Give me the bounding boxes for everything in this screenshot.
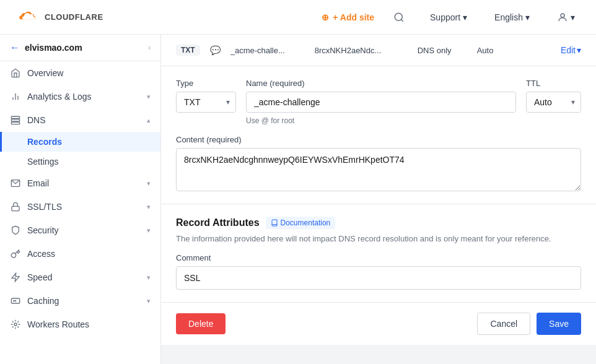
cancel-button[interactable]: Cancel xyxy=(477,313,530,335)
chevron-icon: ▾ xyxy=(147,93,151,101)
site-header: ← elvismao.com › xyxy=(0,35,160,61)
sidebar-item-label: Email xyxy=(27,178,49,188)
type-label: Type xyxy=(176,79,236,88)
sidebar-sub-item-label: Settings xyxy=(27,157,59,167)
dns-record-value: 8rcxNKH2aeNdc... xyxy=(315,46,408,55)
delete-button[interactable]: Delete xyxy=(176,313,226,334)
svg-rect-8 xyxy=(11,122,19,124)
content-label: Content (required) xyxy=(176,135,581,144)
sidebar-sub-item-records[interactable]: Records xyxy=(0,132,160,152)
name-hint: Use @ for root xyxy=(246,116,516,125)
language-menu[interactable]: English ▾ xyxy=(488,9,536,26)
site-name: elvismao.com xyxy=(25,43,143,53)
content-field-group: Content (required) 8rcxNKH2aeNdcghnnweyp… xyxy=(176,135,581,191)
ttl-field-group: TTL Auto 1 min 2 min 5 min 10 min xyxy=(526,79,581,125)
chevron-icon: ▾ xyxy=(147,227,151,235)
dns-record-ttl: Auto xyxy=(477,46,508,55)
comment-label: Comment xyxy=(176,253,581,262)
sidebar-item-label: Workers Routes xyxy=(27,319,89,329)
logo[interactable]: CLOUDFLARE xyxy=(15,9,103,26)
sidebar-sub-item-label: Records xyxy=(27,137,62,147)
svg-rect-6 xyxy=(11,116,19,118)
sidebar-item-email[interactable]: Email ▾ xyxy=(0,171,160,195)
type-select-wrapper[interactable]: TXT A AAAA CNAME MX xyxy=(176,92,236,113)
site-expand-icon[interactable]: › xyxy=(148,43,151,52)
ttl-select-wrapper[interactable]: Auto 1 min 2 min 5 min 10 min xyxy=(526,92,581,113)
lock-icon xyxy=(10,201,21,212)
form-row-type-name-ttl: Type TXT A AAAA CNAME MX Name (required) xyxy=(176,79,581,125)
chevron-down-icon: ▾ xyxy=(577,45,581,55)
sidebar-item-label: DNS xyxy=(27,115,46,125)
logo-text: CLOUDFLARE xyxy=(45,12,103,22)
shield-icon xyxy=(10,225,21,236)
comment-input[interactable] xyxy=(176,266,581,290)
chevron-up-icon: ▴ xyxy=(147,116,151,124)
sidebar-item-label: Analytics & Logs xyxy=(27,92,92,102)
user-icon xyxy=(557,12,568,23)
btn-right-group: Cancel Save xyxy=(477,313,581,335)
speed-icon xyxy=(10,272,21,283)
sidebar-item-label: Security xyxy=(27,225,59,235)
dns-record-form: Type TXT A AAAA CNAME MX Name (required) xyxy=(161,66,596,204)
name-field-group: Name (required) Use @ for root xyxy=(246,79,516,125)
plus-icon: ⊕ xyxy=(322,12,329,22)
chevron-icon: ▾ xyxy=(147,297,151,305)
add-site-button[interactable]: ⊕ + Add site xyxy=(322,12,374,22)
ttl-select[interactable]: Auto 1 min 2 min 5 min 10 min xyxy=(526,92,581,113)
save-button[interactable]: Save xyxy=(537,313,581,335)
sidebar-item-access[interactable]: Access xyxy=(0,242,160,266)
workers-icon xyxy=(10,319,21,330)
name-input[interactable] xyxy=(246,92,516,113)
svg-rect-7 xyxy=(11,119,19,121)
name-label: Name (required) xyxy=(246,79,516,88)
sidebar-item-speed[interactable]: Speed ▾ xyxy=(0,266,160,289)
edit-button[interactable]: Edit ▾ xyxy=(561,45,581,55)
sidebar-item-dns[interactable]: DNS ▴ xyxy=(0,108,160,132)
svg-point-0 xyxy=(395,13,402,20)
type-select[interactable]: TXT A AAAA CNAME MX xyxy=(176,92,236,113)
access-icon xyxy=(10,248,21,259)
svg-rect-10 xyxy=(12,206,19,210)
svg-point-13 xyxy=(14,300,14,301)
svg-line-1 xyxy=(401,19,403,21)
comment-field-group: Comment xyxy=(176,253,581,290)
sidebar: ← elvismao.com › Overview Analytics & Lo… xyxy=(0,35,161,364)
cache-icon xyxy=(10,295,21,306)
sidebar-item-caching[interactable]: Caching ▾ xyxy=(0,289,160,313)
attr-title-row: Record Attributes Documentation xyxy=(176,217,581,229)
dns-record-name: _acme-challe... xyxy=(230,46,305,55)
book-icon xyxy=(271,219,278,227)
sidebar-item-analytics[interactable]: Analytics & Logs ▾ xyxy=(0,85,160,108)
dns-record-proxy: DNS only xyxy=(418,46,467,55)
sidebar-item-label: Access xyxy=(27,249,55,259)
back-button[interactable]: ← xyxy=(10,42,20,53)
sidebar-item-overview[interactable]: Overview xyxy=(0,61,160,85)
home-icon xyxy=(10,67,21,79)
main-content: TXT 💬 _acme-challe... 8rcxNKH2aeNdc... D… xyxy=(161,35,596,364)
chevron-icon: ▾ xyxy=(147,180,151,188)
attr-title: Record Attributes xyxy=(176,217,260,228)
record-attributes-section: Record Attributes Documentation The info… xyxy=(161,204,596,302)
documentation-link[interactable]: Documentation xyxy=(266,217,336,229)
user-menu[interactable]: ▾ xyxy=(551,8,581,27)
sidebar-item-label: Caching xyxy=(27,296,59,306)
sidebar-item-label: SSL/TLS xyxy=(27,202,62,212)
support-menu[interactable]: Support ▾ xyxy=(424,9,473,26)
dns-type-badge: TXT xyxy=(176,45,200,56)
svg-point-15 xyxy=(14,323,17,326)
action-bar: Delete Cancel Save xyxy=(161,302,596,345)
content-textarea[interactable]: 8rcxNKH2aeNdcghnnweypQ6IEYWSxVhEmrHKpetO… xyxy=(176,148,581,191)
chevron-down-icon: ▾ xyxy=(525,12,530,22)
sidebar-item-label: Speed xyxy=(27,272,52,282)
sidebar-sub-item-settings[interactable]: Settings xyxy=(0,152,160,171)
chevron-icon: ▾ xyxy=(147,274,151,282)
email-icon xyxy=(10,178,21,189)
type-field-group: Type TXT A AAAA CNAME MX xyxy=(176,79,236,125)
top-navigation: CLOUDFLARE ⊕ + Add site Support ▾ Englis… xyxy=(0,0,596,35)
sidebar-item-workers[interactable]: Workers Routes xyxy=(0,313,160,336)
search-button[interactable] xyxy=(389,7,409,27)
dns-icon xyxy=(10,115,21,126)
sidebar-item-ssl[interactable]: SSL/TLS ▾ xyxy=(0,195,160,219)
sidebar-item-security[interactable]: Security ▾ xyxy=(0,219,160,242)
ttl-label: TTL xyxy=(526,79,581,88)
